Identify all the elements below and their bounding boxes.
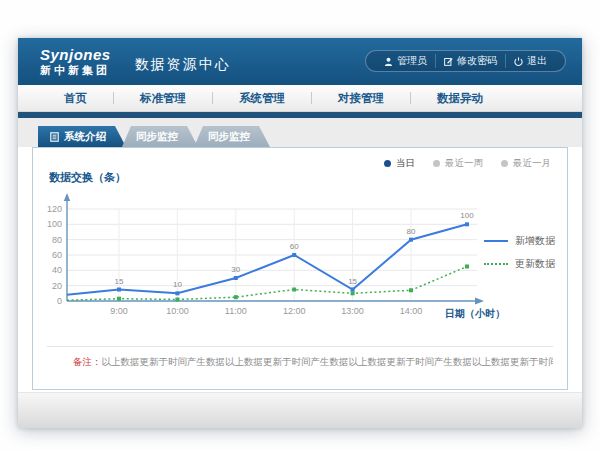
edit-icon bbox=[444, 57, 453, 66]
data-point-label: 15 bbox=[115, 277, 124, 286]
filter-last-month[interactable]: 最近一月 bbox=[501, 157, 551, 170]
y-tick-label: 40 bbox=[52, 265, 62, 275]
tab-label: 同步监控 bbox=[136, 130, 178, 144]
tab-system-intro[interactable]: 系统介绍 bbox=[38, 126, 126, 147]
x-tick-label: 10:00 bbox=[166, 306, 189, 316]
y-axis-title: 数据交换（条） bbox=[49, 170, 126, 185]
change-password-button[interactable]: 修改密码 bbox=[435, 54, 505, 68]
tab-sync-monitor-2[interactable]: 同步监控 bbox=[194, 126, 270, 147]
nav-item-home[interactable]: 首页 bbox=[38, 91, 113, 106]
footnote-prefix: 备注： bbox=[73, 356, 102, 367]
y-tick-label: 0 bbox=[57, 296, 62, 306]
data-point-label: 15 bbox=[348, 277, 357, 286]
legend-item-update-data: 更新数据 bbox=[484, 257, 555, 271]
legend-item-new-data: 新增数据 bbox=[484, 234, 555, 248]
x-tick-label: 14:00 bbox=[400, 306, 423, 316]
data-point bbox=[351, 291, 355, 295]
data-point bbox=[351, 288, 355, 292]
logo-brand: Synjones bbox=[40, 47, 111, 62]
data-point-label: 100 bbox=[460, 211, 474, 220]
solid-line-icon bbox=[484, 240, 508, 242]
power-icon bbox=[514, 57, 523, 66]
logo: Synjones 新中新集团 bbox=[40, 47, 111, 76]
y-tick-label: 100 bbox=[47, 219, 62, 229]
data-point bbox=[175, 297, 179, 301]
data-point-label: 30 bbox=[231, 265, 240, 274]
range-filters: 当日 最近一周 最近一月 bbox=[384, 157, 551, 170]
user-toolbar: 管理员 修改密码 退出 bbox=[365, 50, 566, 72]
y-axis-arrow-icon bbox=[64, 193, 70, 201]
data-point-label: 60 bbox=[290, 242, 299, 251]
data-point bbox=[234, 276, 238, 280]
series-line-更新数据 bbox=[67, 267, 467, 301]
note-divider bbox=[47, 346, 553, 347]
window-footer bbox=[18, 392, 582, 428]
logout-button[interactable]: 退出 bbox=[505, 54, 555, 68]
legend-label: 更新数据 bbox=[515, 257, 555, 271]
tab-label: 同步监控 bbox=[208, 130, 250, 144]
line-chart: 0204060801001209:0010:0011:0012:0013:001… bbox=[37, 186, 537, 331]
x-axis-arrow-icon bbox=[475, 298, 484, 305]
logout-label: 退出 bbox=[527, 54, 547, 68]
content-panel: 当日 最近一周 最近一月 数据交换（条） 0204060801001209:00… bbox=[32, 147, 568, 390]
nav-item-standards[interactable]: 标准管理 bbox=[114, 91, 212, 106]
y-tick-label: 20 bbox=[52, 281, 62, 291]
data-point bbox=[292, 253, 296, 257]
data-point-label: 80 bbox=[407, 227, 416, 236]
data-point bbox=[409, 238, 413, 242]
page-title: 数据资源中心 bbox=[135, 56, 231, 74]
tab-label: 系统介绍 bbox=[64, 130, 106, 144]
filter-label: 最近一周 bbox=[445, 157, 483, 170]
filter-label: 最近一月 bbox=[513, 157, 551, 170]
radio-dot-icon bbox=[433, 160, 440, 167]
x-tick-label: 11:00 bbox=[225, 306, 247, 316]
nav-item-interface[interactable]: 对接管理 bbox=[312, 91, 410, 106]
data-point bbox=[117, 297, 121, 301]
x-tick-label: 12:00 bbox=[283, 306, 306, 316]
x-axis-title: 日期（小时） bbox=[445, 308, 505, 319]
tab-bar: 系统介绍 同步监控 同步监控 bbox=[18, 118, 582, 147]
radio-dot-icon bbox=[501, 160, 508, 167]
change-password-label: 修改密码 bbox=[457, 54, 497, 68]
y-tick-label: 120 bbox=[47, 204, 62, 214]
document-icon bbox=[50, 132, 59, 142]
filter-last-week[interactable]: 最近一周 bbox=[433, 157, 483, 170]
footnote-text: 以上数据更新于时间产生数据以上数据更新于时间产生数据以上数据更新于时间产生数据以… bbox=[102, 356, 554, 367]
app-window: Synjones 新中新集团 数据资源中心 管理员 修改密码 退出 bbox=[18, 38, 582, 428]
nav-item-data-change[interactable]: 数据异动 bbox=[411, 91, 509, 106]
filter-today[interactable]: 当日 bbox=[384, 157, 415, 170]
user-menu[interactable]: 管理员 bbox=[376, 54, 435, 68]
data-point bbox=[117, 288, 121, 292]
footnote: 备注：以上数据更新于时间产生数据以上数据更新于时间产生数据以上数据更新于时间产生… bbox=[73, 356, 553, 369]
tab-sync-monitor-1[interactable]: 同步监控 bbox=[122, 126, 198, 147]
data-point bbox=[465, 265, 469, 269]
legend-label: 新增数据 bbox=[515, 234, 555, 248]
chart-legend: 新增数据 更新数据 bbox=[484, 234, 555, 280]
y-tick-label: 80 bbox=[52, 235, 62, 245]
app-header: Synjones 新中新集团 数据资源中心 管理员 修改密码 退出 bbox=[18, 38, 582, 85]
main-nav: 首页 标准管理 系统管理 对接管理 数据异动 bbox=[18, 85, 582, 112]
data-point bbox=[234, 295, 238, 299]
data-point bbox=[465, 222, 469, 226]
user-icon bbox=[384, 57, 393, 66]
x-tick-label: 13:00 bbox=[341, 306, 364, 316]
user-label: 管理员 bbox=[397, 54, 427, 68]
page: Synjones 新中新集团 数据资源中心 管理员 修改密码 退出 bbox=[0, 0, 600, 450]
data-point bbox=[409, 288, 413, 292]
x-tick-label: 9:00 bbox=[110, 306, 128, 316]
data-point-label: 10 bbox=[173, 280, 182, 289]
data-point bbox=[292, 288, 296, 292]
dotted-line-icon bbox=[484, 263, 508, 265]
data-point bbox=[175, 291, 179, 295]
nav-item-system[interactable]: 系统管理 bbox=[213, 91, 311, 106]
logo-company: 新中新集团 bbox=[40, 65, 111, 76]
filter-label: 当日 bbox=[396, 157, 415, 170]
y-tick-label: 60 bbox=[52, 250, 62, 260]
radio-dot-icon bbox=[384, 160, 391, 167]
